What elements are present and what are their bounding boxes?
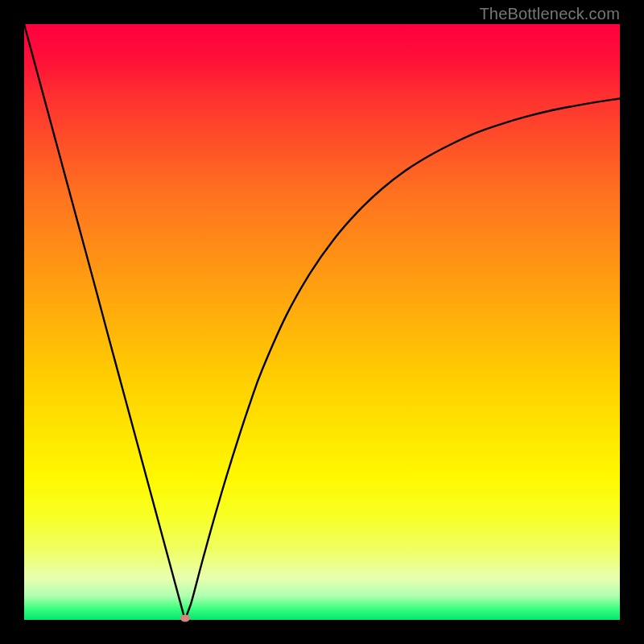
plot-area [24,24,620,620]
bottleneck-curve [24,24,620,620]
minimum-point-marker [180,615,190,622]
curve-svg [24,24,620,620]
watermark-text: TheBottleneck.com [479,5,620,23]
chart-container: TheBottleneck.com [0,0,644,644]
